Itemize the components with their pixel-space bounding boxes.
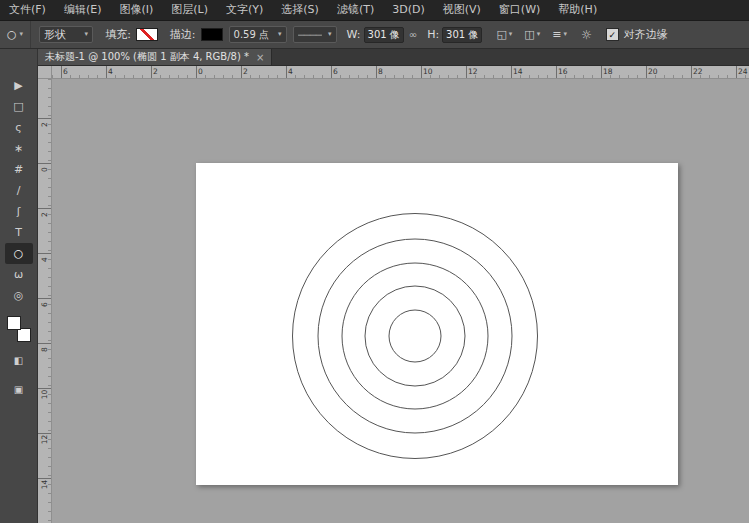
tool-mode-value: 形状 (44, 27, 66, 42)
ruler-number: 18 (603, 67, 613, 76)
caret-down-icon: ▾ (20, 31, 24, 38)
line-style-icon: ———— (298, 31, 322, 39)
document-tab-title: 未标题-1 @ 100% (椭圆 1 副本 4, RGB/8) * (45, 50, 249, 64)
hand-tool[interactable]: ω (5, 264, 33, 285)
ruler-number: 4 (40, 253, 49, 266)
vertical-ruler[interactable]: 202468101214 (38, 79, 52, 523)
stroke-label: 描边: (170, 27, 196, 42)
ruler-number: 14 (40, 478, 49, 491)
screen-mode-icon: ▣ (14, 384, 23, 395)
ruler-number: 6 (333, 67, 338, 76)
move-tool-icon: ▶ (14, 79, 22, 92)
lasso-tool[interactable]: ς (5, 117, 33, 138)
ruler-number: 4 (288, 67, 293, 76)
ruler-number: 12 (468, 67, 478, 76)
stroke-style-select[interactable]: ———— ▾ (293, 26, 337, 43)
path-operations-button[interactable]: ◱ ▾ (494, 27, 514, 42)
foreground-color-swatch[interactable] (7, 316, 21, 330)
eyedropper-tool[interactable]: ∕ (5, 180, 33, 201)
menu-bar: 文件(F) 编辑(E) 图像(I) 图层(L) 文字(Y) 选择(S) 滤镜(T… (0, 0, 749, 21)
menu-filter[interactable]: 滤镜(T) (328, 0, 383, 20)
ruler-number: 14 (513, 67, 523, 76)
quick-selection-tool[interactable]: ∗ (5, 138, 33, 159)
marquee-tool[interactable]: □ (5, 96, 33, 117)
quick-mask-button[interactable]: ◧ (5, 350, 33, 371)
ellipse-tool-icon: ○ (7, 28, 17, 41)
stroke-swatch[interactable] (201, 28, 223, 41)
caret-down-icon: ▾ (328, 31, 332, 38)
menu-help[interactable]: 帮助(H) (549, 0, 606, 20)
ruler-number: 22 (693, 67, 703, 76)
caret-down-icon: ▾ (85, 31, 89, 38)
ruler-number: 10 (40, 388, 49, 401)
lasso-tool-icon: ς (15, 121, 21, 134)
screen-mode-button[interactable]: ▣ (5, 379, 33, 400)
zoom-tool[interactable]: ◎ (5, 285, 33, 306)
document-tab[interactable]: 未标题-1 @ 100% (椭圆 1 副本 4, RGB/8) * × (38, 49, 272, 65)
fill-swatch[interactable] (136, 28, 158, 41)
path-alignment-button[interactable]: ◫ ▾ (522, 27, 542, 42)
caret-down-icon: ▾ (278, 31, 282, 38)
caret-down-icon: ▾ (509, 31, 513, 38)
brush-tool[interactable]: ʃ (5, 201, 33, 222)
ellipse-shape[interactable] (365, 286, 465, 386)
ellipse-shape[interactable] (389, 310, 441, 362)
horizontal-ruler[interactable]: 642024681012141618202224 (52, 66, 749, 79)
width-input[interactable]: 301 像 (364, 27, 404, 43)
caret-down-icon: ▾ (537, 31, 541, 38)
stroke-width-value: 0.59 点 (234, 28, 269, 42)
ruler-number: 2 (40, 208, 49, 221)
ruler-number: 10 (423, 67, 433, 76)
background-color-swatch[interactable] (17, 328, 31, 342)
canvas-area[interactable] (52, 79, 749, 523)
menu-view[interactable]: 视图(V) (434, 0, 490, 20)
menu-edit[interactable]: 编辑(E) (55, 0, 111, 20)
menu-layer[interactable]: 图层(L) (162, 0, 217, 20)
menu-type[interactable]: 文字(Y) (217, 0, 272, 20)
ruler-number: 24 (738, 67, 748, 76)
menu-3d[interactable]: 3D(D) (383, 0, 434, 20)
move-tool[interactable]: ▶ (5, 75, 33, 96)
circles-svg (196, 163, 678, 485)
tool-preset-picker[interactable]: ○ ▾ (0, 21, 31, 48)
ruler-number: 2 (153, 67, 158, 76)
menu-image[interactable]: 图像(I) (110, 0, 162, 20)
crop-tool-icon: # (14, 163, 23, 176)
path-arrange-button[interactable]: ≡ ▾ (550, 27, 569, 42)
quick-selection-tool-icon: ∗ (14, 142, 23, 155)
link-dimensions-icon[interactable]: ∞ (409, 29, 417, 40)
fill-label: 填充: (105, 27, 131, 42)
ellipse-shape[interactable] (318, 239, 512, 433)
ruler-corner (38, 66, 52, 79)
crop-tool[interactable]: # (5, 159, 33, 180)
caret-down-icon: ▾ (563, 31, 567, 38)
ruler-number: 0 (40, 163, 49, 176)
align-edges-checkbox[interactable]: ✓ (606, 28, 619, 41)
gear-icon: ☼ (581, 28, 592, 42)
gear-button[interactable]: ☼ (579, 27, 594, 43)
ruler-number: 2 (243, 67, 248, 76)
menu-window[interactable]: 窗口(W) (490, 0, 549, 20)
ruler-number: 16 (558, 67, 568, 76)
check-icon: ✓ (608, 30, 616, 40)
quick-mask-icon: ◧ (14, 355, 23, 366)
width-value: 301 像 (368, 28, 400, 42)
ellipse-tool[interactable]: ○ (5, 243, 33, 264)
height-value: 301 像 (446, 28, 478, 42)
ellipse-tool-icon: ○ (14, 247, 24, 260)
ellipse-shape[interactable] (293, 214, 538, 459)
photoshop-window: 文件(F) 编辑(E) 图像(I) 图层(L) 文字(Y) 选择(S) 滤镜(T… (0, 0, 749, 523)
stroke-width-select[interactable]: 0.59 点 ▾ (229, 26, 287, 43)
menu-select[interactable]: 选择(S) (272, 0, 328, 20)
document-canvas[interactable] (196, 163, 678, 485)
height-input[interactable]: 301 像 (442, 27, 482, 43)
path-arrange-icon: ≡ (552, 28, 561, 41)
align-edges-label: 对齐边缘 (624, 27, 668, 42)
height-label: H: (427, 28, 439, 41)
tool-mode-select[interactable]: 形状 ▾ (39, 26, 93, 43)
type-tool[interactable]: T (5, 222, 33, 243)
menu-file[interactable]: 文件(F) (0, 0, 55, 20)
ellipse-shape[interactable] (342, 263, 488, 409)
ruler-number: 12 (40, 433, 49, 446)
close-icon[interactable]: × (256, 52, 264, 63)
